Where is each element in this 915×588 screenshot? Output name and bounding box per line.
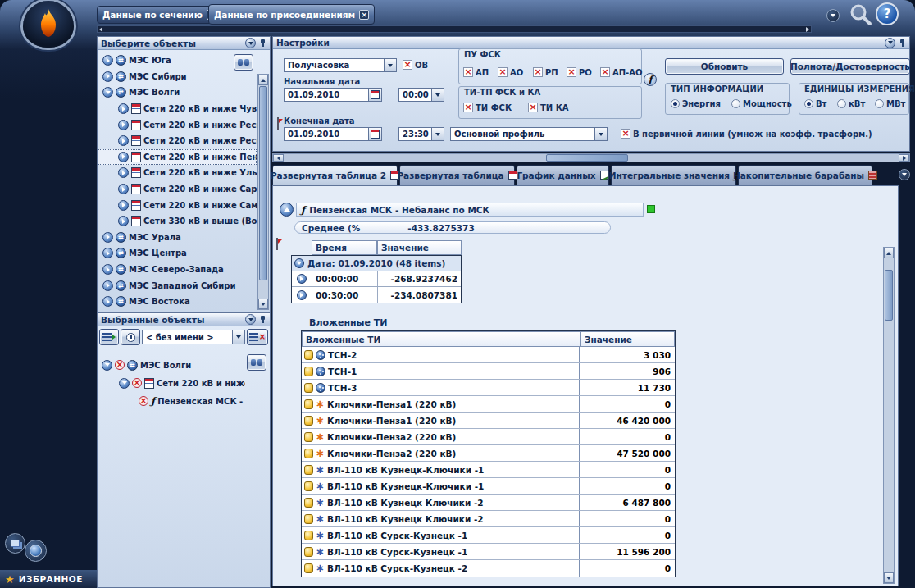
scroll-right-icon[interactable]: [806, 27, 809, 32]
excluded-icon[interactable]: [132, 378, 142, 388]
tree-item[interactable]: Сети 220 кВ и ниже Чуваш: [98, 101, 257, 117]
tree-item[interactable]: МЭС Северо-Запада: [98, 262, 257, 278]
checkbox-icon[interactable]: [533, 67, 543, 77]
scroll-down-button[interactable]: [258, 299, 268, 309]
pin-icon[interactable]: [259, 39, 266, 48]
checkbox-icon[interactable]: [403, 60, 412, 70]
expander-icon[interactable]: [118, 167, 129, 178]
tabstrip-scrollbar[interactable]: [97, 25, 812, 33]
excluded-icon[interactable]: [115, 360, 125, 370]
expander-icon[interactable]: [102, 248, 113, 258]
end-time-combo[interactable]: 23:30: [398, 127, 444, 141]
ro-checkbox[interactable]: РО: [567, 67, 592, 77]
ap-checkbox[interactable]: АП: [463, 67, 489, 77]
screens-button[interactable]: [5, 533, 25, 554]
tree-item[interactable]: МЭС Волги: [98, 84, 257, 101]
expander-icon[interactable]: [118, 120, 129, 130]
kw-radio[interactable]: кВт: [837, 99, 865, 108]
calendar-icon[interactable]: [368, 128, 381, 140]
mw-radio[interactable]: МВт: [875, 99, 905, 108]
table-row[interactable]: Ключики-Пенза2 (220 кВ)47 520 000: [302, 445, 675, 462]
start-time-combo[interactable]: 00:00: [398, 88, 444, 102]
add-selection-button[interactable]: [99, 329, 119, 345]
checkbox-icon[interactable]: [528, 103, 538, 112]
w-radio[interactable]: Вт: [804, 99, 826, 108]
flag-icon[interactable]: [276, 238, 278, 250]
collapse-group-button[interactable]: [280, 203, 294, 217]
table-row[interactable]: ТСН-1906: [302, 363, 675, 380]
ao-checkbox[interactable]: АО: [498, 67, 523, 77]
energy-radio[interactable]: Энергия: [671, 99, 721, 108]
excluded-icon[interactable]: [139, 396, 148, 406]
pin-icon[interactable]: [259, 315, 266, 324]
tab-data-chart[interactable]: График данных: [517, 165, 609, 185]
tree-item[interactable]: МЭС Юга: [98, 52, 257, 69]
window-tab-section-data[interactable]: Данные по сечению: [97, 6, 222, 24]
tree-item[interactable]: МЭС Урала: [98, 230, 257, 246]
checkbox-icon[interactable]: [463, 67, 473, 77]
pin-icon[interactable]: [899, 39, 906, 48]
scroll-down-button[interactable]: [884, 572, 894, 583]
radio-icon[interactable]: [804, 99, 813, 108]
expander-icon[interactable]: [102, 296, 113, 307]
expander-icon[interactable]: [102, 264, 113, 275]
table-row[interactable]: ВЛ-110 кВ Сурск-Кузнецк -10: [302, 527, 675, 544]
scrollbar-thumb[interactable]: [546, 154, 628, 162]
tree-item[interactable]: МЭС Востока: [98, 294, 257, 310]
help-button[interactable]: ?: [876, 2, 899, 25]
date-group-row[interactable]: Дата: 01.09.2010 (48 items): [292, 256, 461, 271]
tree-item[interactable]: Сети 220 кВ и ниже Ульян: [98, 165, 257, 181]
checkbox-icon[interactable]: [621, 129, 630, 139]
table-row[interactable]: ВЛ-110 кВ Сурск-Кузнецк -20: [302, 560, 675, 577]
period-combo[interactable]: Получасовка: [284, 58, 397, 72]
column-header-value[interactable]: Значение: [377, 240, 462, 255]
window-tab-connection-data[interactable]: Данные по присоединениям: [208, 4, 375, 25]
tab-accumulating-drums[interactable]: Накопительные барабаны: [738, 165, 872, 185]
panel-collapse-button[interactable]: [245, 38, 256, 48]
tree-item[interactable]: Сети 220 кВ и ниже Респу: [98, 133, 257, 149]
primary-line-checkbox[interactable]: В первичной линии (умнож на коэфф. трасф…: [621, 129, 872, 139]
expander-icon[interactable]: [118, 103, 129, 114]
table-row[interactable]: ВЛ-110 кВ Кузнецк-Ключики -10: [302, 478, 675, 495]
tree-item[interactable]: МЭС Сибири: [98, 69, 257, 85]
expander-icon[interactable]: [297, 274, 307, 284]
scroll-left-icon[interactable]: [99, 27, 102, 32]
radio-icon[interactable]: [671, 99, 680, 108]
panel-collapse-button[interactable]: [245, 314, 256, 325]
table-row[interactable]: ВЛ-110 кВ Кузнецк-Ключики -10: [302, 462, 675, 478]
start-date-field[interactable]: 01.09.2010: [284, 88, 382, 102]
column-header-value[interactable]: Значение: [580, 331, 675, 347]
tab-expanded-table[interactable]: Развернутая таблица: [399, 165, 515, 185]
ap-ao-checkbox[interactable]: АП-АО: [600, 67, 643, 77]
radio-icon[interactable]: [731, 99, 740, 108]
expander-icon[interactable]: [102, 55, 113, 66]
favorites-button[interactable]: ★ ИЗБРАННОЕ: [0, 570, 97, 588]
table-row[interactable]: ТСН-311 730: [302, 380, 675, 396]
selection-name-combo[interactable]: < без имени >: [142, 330, 245, 344]
dropdown-button[interactable]: [384, 59, 396, 71]
panel-collapse-button[interactable]: [885, 38, 895, 48]
tree-item[interactable]: Сети 220 кВ и ниже Сарат: [98, 181, 257, 198]
profile-combo[interactable]: Основной профиль: [450, 127, 608, 141]
expander-icon[interactable]: [118, 152, 129, 162]
settings-hscrollbar[interactable]: [272, 153, 910, 162]
checkbox-icon[interactable]: [600, 67, 610, 77]
calendar-icon[interactable]: [368, 89, 381, 101]
column-header-time[interactable]: Время: [312, 240, 377, 255]
find-object-button[interactable]: [247, 354, 266, 371]
globe-button[interactable]: [25, 540, 47, 562]
table-row[interactable]: Ключики-Пенза1 (220 кВ)0: [302, 396, 675, 413]
scroll-up-button[interactable]: [258, 75, 268, 85]
history-button[interactable]: [121, 329, 140, 345]
table-row[interactable]: Ключики-Пенза2 (220 кВ)0: [302, 429, 675, 445]
table-row[interactable]: ВЛ-110 кВ Сурск-Кузнецк -111 596 200: [302, 544, 675, 560]
dropdown-button[interactable]: [431, 89, 444, 101]
scrollbar-thumb[interactable]: [259, 86, 267, 280]
tree-item[interactable]: МЭС Центра: [98, 245, 257, 262]
remove-selection-button[interactable]: ×: [247, 329, 268, 345]
tree-item[interactable]: Сети 220 кВ и ниже Пенз: [98, 374, 245, 392]
scroll-right-button[interactable]: [899, 154, 909, 162]
column-header-ti[interactable]: Вложенные ТИ: [302, 331, 580, 347]
expander-icon[interactable]: [102, 232, 113, 243]
rp-checkbox[interactable]: РП: [533, 67, 558, 77]
